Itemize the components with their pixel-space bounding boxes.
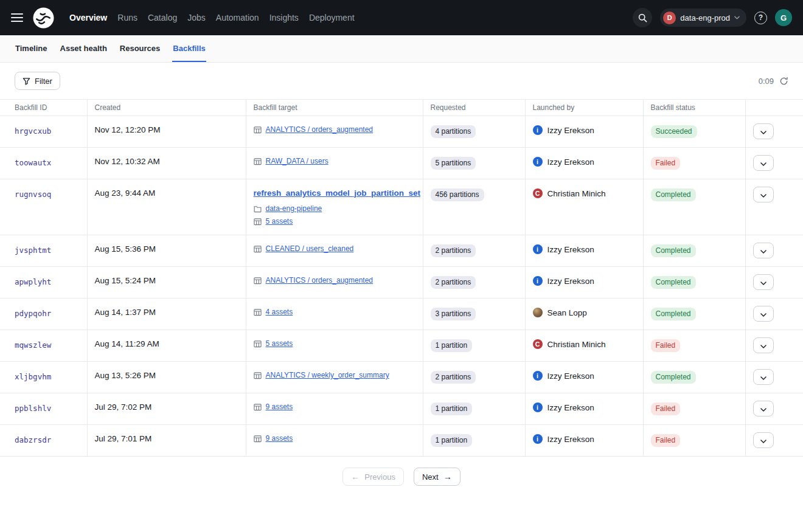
backfill-id-link[interactable]: dabzrsdr — [15, 435, 51, 444]
target-line: 5 assets — [254, 339, 415, 348]
actions-cell — [745, 116, 803, 148]
row-actions-button[interactable] — [753, 187, 774, 202]
chevron-down-icon — [760, 404, 766, 413]
nav-item-jobs[interactable]: Jobs — [182, 9, 210, 26]
nav-item-runs[interactable]: Runs — [113, 9, 142, 26]
launched-by-name: Izzy Erekson — [548, 245, 594, 254]
tab-timeline[interactable]: Timeline — [15, 35, 48, 62]
target-link[interactable]: 9 assets — [266, 434, 293, 443]
search-button[interactable] — [633, 8, 652, 27]
backfill-id-link[interactable]: toowautx — [15, 158, 51, 167]
row-actions-button[interactable] — [753, 432, 774, 448]
actions-cell — [745, 267, 803, 299]
backfill-target-cell: ANALYTICS / orders_augmented — [246, 116, 423, 148]
actions-cell — [745, 330, 803, 362]
target-link[interactable]: ANALYTICS / orders_augmented — [266, 276, 374, 285]
deployment-switcher[interactable]: D data-eng-prod — [660, 9, 746, 27]
search-icon — [638, 13, 648, 23]
status-cell: Failed — [643, 148, 745, 179]
backfill-id-link[interactable]: pdypqohr — [15, 309, 51, 318]
target-link[interactable]: data-eng-pipeline — [266, 204, 322, 213]
backfill-id-link[interactable]: jvsphtmt — [15, 246, 51, 255]
backfill-id-link[interactable]: ppblshlv — [15, 404, 51, 413]
previous-page-button[interactable]: ← Previous — [342, 468, 404, 486]
chevron-down-icon — [760, 127, 766, 136]
table-icon — [254, 245, 262, 253]
target-link[interactable]: 9 assets — [266, 402, 293, 411]
tab-resources[interactable]: Resources — [119, 35, 161, 62]
refresh-icon[interactable] — [779, 77, 788, 86]
user-initial-avatar: i — [533, 244, 543, 254]
nav-item-automation[interactable]: Automation — [211, 9, 264, 26]
row-actions-button[interactable] — [753, 306, 774, 322]
actions-cell — [745, 393, 803, 425]
row-actions-button[interactable] — [753, 369, 774, 385]
backfill-id-link[interactable]: apwplyht — [15, 277, 51, 286]
backfill-row: pdypqohrAug 14, 1:37 PM4 assets3 partiti… — [0, 299, 803, 330]
tab-asset-health[interactable]: Asset health — [60, 35, 108, 62]
target-link[interactable]: RAW_DATA / users — [266, 157, 328, 165]
user-photo-avatar — [533, 308, 543, 317]
backfill-id-link[interactable]: hrgvcxub — [15, 126, 51, 136]
user-avatar[interactable]: G — [775, 9, 792, 26]
launched-by-cell: iIzzy Erekson — [525, 116, 643, 148]
target-line: RAW_DATA / users — [254, 157, 415, 165]
backfill-id-link[interactable]: rugnvsoq — [15, 190, 51, 199]
nav-item-overview[interactable]: Overview — [64, 9, 112, 26]
backfill-target-cell: refresh_analytics_model_job_partition_se… — [246, 179, 423, 235]
next-page-button[interactable]: Next → — [414, 468, 461, 486]
backfill-status-badge: Failed — [651, 434, 681, 447]
launched-by-cell: iIzzy Erekson — [525, 148, 643, 179]
target-line: 9 assets — [254, 402, 415, 411]
hamburger-menu-icon[interactable] — [11, 13, 23, 22]
dagster-logo-icon — [33, 7, 54, 29]
launched-by: iIzzy Erekson — [533, 371, 636, 381]
nav-item-insights[interactable]: Insights — [265, 9, 304, 26]
created-cell: Aug 13, 5:26 PM — [87, 362, 246, 393]
table-icon — [254, 403, 262, 411]
launched-by-name: Izzy Erekson — [548, 403, 594, 412]
nav-item-catalog[interactable]: Catalog — [143, 9, 182, 26]
target-link[interactable]: 5 assets — [266, 339, 293, 348]
target-link[interactable]: refresh_analytics_model_job_partition_se… — [254, 188, 421, 198]
row-actions-button[interactable] — [753, 155, 774, 171]
filter-button[interactable]: Filter — [15, 72, 60, 90]
help-button[interactable]: ? — [754, 12, 767, 24]
target-link[interactable]: CLEANED / users_cleaned — [266, 244, 354, 253]
status-cell: Completed — [643, 235, 745, 267]
status-cell: Succeeded — [643, 116, 745, 148]
backfill-row: ppblshlvJul 29, 7:02 PM9 assets1 partiti… — [0, 393, 803, 425]
row-actions-button[interactable] — [753, 337, 774, 353]
target-line: ANALYTICS / orders_augmented — [254, 276, 415, 285]
column-header-backfill-target: Backfill target — [246, 100, 423, 116]
created-cell: Nov 12, 10:32 AM — [87, 148, 246, 179]
nav-item-deployment[interactable]: Deployment — [304, 9, 360, 26]
launched-by-cell: iIzzy Erekson — [525, 235, 643, 267]
partitions-badge: 2 partitions — [431, 244, 476, 257]
row-actions-button[interactable] — [753, 243, 774, 258]
row-actions-button[interactable] — [753, 123, 774, 139]
target-link[interactable]: ANALYTICS / orders_augmented — [266, 125, 374, 134]
target-link[interactable]: ANALYTICS / weekly_order_summary — [266, 371, 389, 379]
backfill-id-cell: pdypqohr — [0, 299, 87, 330]
chevron-down-icon — [760, 309, 766, 319]
backfill-id-link[interactable]: xljbgvhm — [15, 372, 51, 381]
backfill-status-badge: Completed — [651, 308, 696, 320]
row-actions-button[interactable] — [753, 274, 774, 290]
column-header-actions — [745, 100, 803, 116]
backfill-id-link[interactable]: mqwszlew — [15, 340, 51, 350]
requested-cell: 5 partitions — [423, 148, 525, 179]
target-link[interactable]: 5 assets — [266, 217, 293, 226]
refresh-timer: 0:09 — [759, 77, 774, 86]
chevron-down-icon — [760, 436, 766, 445]
tab-backfills[interactable]: Backfills — [172, 35, 206, 62]
table-icon — [254, 308, 262, 316]
dagster-logo[interactable] — [33, 7, 54, 29]
row-actions-button[interactable] — [753, 401, 774, 416]
user-initial-avatar: i — [533, 276, 543, 286]
launched-by-name: Izzy Erekson — [548, 435, 594, 444]
partitions-badge: 1 partition — [431, 434, 473, 447]
requested-cell: 2 partitions — [423, 362, 525, 393]
launched-by: iIzzy Erekson — [533, 157, 636, 167]
target-link[interactable]: 4 assets — [266, 308, 293, 316]
